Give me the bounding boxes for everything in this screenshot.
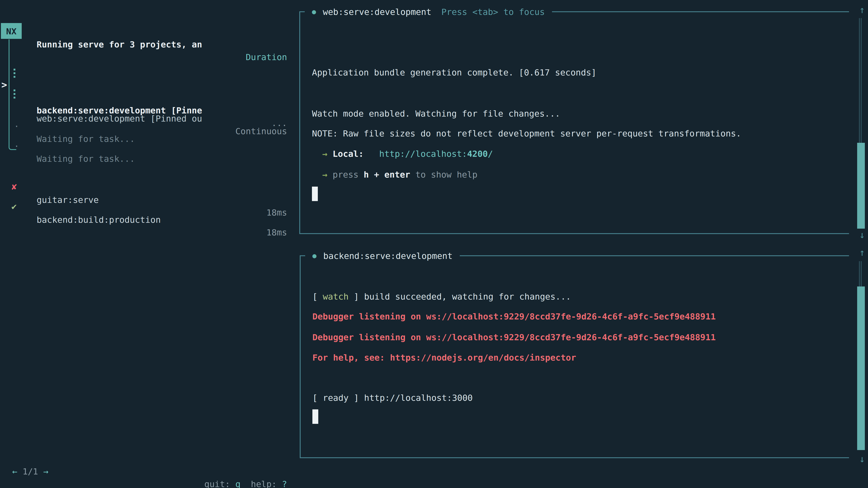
task-row-backend-serve[interactable]: > backend:serve:development [Pinne ... bbox=[0, 66, 293, 78]
pager-next-icon[interactable]: → bbox=[43, 466, 49, 476]
task-row-guitar-serve[interactable]: ✘ guitar:serve 18ms bbox=[0, 168, 293, 181]
pager-page-indicator: 1/1 bbox=[23, 466, 38, 476]
running-spinner-icon bbox=[13, 67, 16, 79]
output-line: NOTE: Raw file sizes do not reflect deve… bbox=[312, 127, 741, 140]
scrollbar-thumb[interactable] bbox=[857, 287, 865, 450]
panel-title-bar: ● backend:serve:development bbox=[305, 249, 460, 263]
keyboard-hints: quit: q help: ? bbox=[204, 478, 287, 488]
output-line: Watch mode enabled. Watching for file ch… bbox=[312, 107, 560, 120]
task-bullet-icon: ● bbox=[312, 249, 316, 263]
task-label: Waiting for task... bbox=[37, 152, 135, 165]
help-keys: h + enter bbox=[364, 169, 410, 180]
output-panel-web-serve[interactable]: ● web:serve:development Press <tab> to f… bbox=[299, 11, 849, 234]
output-line-watch: [ watch ] build succeeded, watching for … bbox=[312, 290, 571, 303]
duration-column-label: Duration bbox=[246, 51, 287, 63]
localhost-url[interactable]: http://localhost: bbox=[379, 149, 467, 159]
output-panel-backend-serve[interactable]: ● backend:serve:development [ watch ] bu… bbox=[300, 255, 849, 458]
panel-title: web:serve:development bbox=[323, 5, 431, 19]
task-bullet-icon: ● bbox=[312, 5, 316, 19]
tasklist-header: Running serve for 3 projects, an Duratio… bbox=[0, 25, 293, 38]
watch-tag: watch bbox=[323, 291, 348, 301]
help-pre: press bbox=[328, 169, 364, 180]
task-row-web-serve[interactable]: web:serve:development [Pinned ou Continu… bbox=[0, 87, 293, 99]
sidebar-footer: ← 1/1 → quit: q help: ? bbox=[0, 452, 293, 465]
scrollbar-track[interactable] bbox=[859, 18, 862, 143]
debugger-line: Debugger listening on ws://localhost:922… bbox=[312, 331, 716, 344]
bracket-open: [ bbox=[312, 291, 323, 301]
bracket-close: ] bbox=[348, 291, 359, 301]
output-line-help-hint: → press h + enter to show help bbox=[312, 168, 477, 181]
task-row-backend-build[interactable]: ✔ backend:build:production 18ms bbox=[0, 188, 293, 201]
debugger-line: Debugger listening on ws://localhost:922… bbox=[312, 310, 716, 323]
scrollbar-track[interactable] bbox=[859, 261, 862, 287]
scroll-up-icon[interactable]: ↑ bbox=[856, 4, 868, 16]
indent bbox=[312, 149, 322, 159]
pager: ← 1/1 → bbox=[12, 465, 49, 478]
output-line: Application bundle generation complete. … bbox=[312, 66, 596, 78]
arrow-icon: → bbox=[322, 149, 328, 159]
space bbox=[328, 149, 333, 159]
terminal-cursor bbox=[312, 187, 318, 201]
output-line-local-url: → Local: http://localhost:4200/ bbox=[312, 147, 493, 160]
gap bbox=[364, 149, 379, 159]
help-label: help: bbox=[251, 479, 277, 488]
pager-prev-icon[interactable]: ← bbox=[12, 466, 18, 476]
help-key: ? bbox=[282, 479, 287, 488]
focus-hint: Press <tab> to focus bbox=[441, 5, 545, 19]
task-row-waiting-1: · Waiting for task... bbox=[0, 107, 293, 120]
task-row-waiting-2: · Waiting for task... bbox=[0, 127, 293, 140]
indent bbox=[312, 169, 322, 180]
scroll-down-icon[interactable]: ↓ bbox=[856, 229, 868, 241]
task-label: backend:build:production bbox=[37, 213, 161, 226]
local-label: Local: bbox=[333, 149, 364, 159]
url-suffix[interactable]: / bbox=[488, 149, 493, 159]
terminal-cursor bbox=[312, 410, 318, 424]
arrow-icon: → bbox=[322, 169, 328, 180]
inspector-help-line: For help, see: https://nodejs.org/en/doc… bbox=[312, 351, 576, 364]
localhost-port[interactable]: 4200 bbox=[467, 149, 488, 159]
help-post: to show help bbox=[410, 169, 477, 180]
waiting-dot-icon: · bbox=[14, 140, 19, 152]
scroll-down-icon[interactable]: ↓ bbox=[856, 453, 868, 465]
quit-label: quit: bbox=[204, 479, 230, 488]
nx-tui-app: NX Running serve for 3 projects, an Dura… bbox=[0, 0, 868, 488]
task-duration: 18ms bbox=[266, 206, 287, 219]
scrollbar-thumb[interactable] bbox=[857, 143, 865, 229]
tasklist-title: Running serve for 3 projects, an bbox=[37, 38, 202, 51]
running-spinner-icon bbox=[13, 88, 16, 100]
quit-key: q bbox=[235, 479, 241, 488]
ready-line: [ ready ] http://localhost:3000 bbox=[312, 391, 473, 404]
panel-title-bar: ● web:serve:development Press <tab> to f… bbox=[305, 5, 552, 19]
panel-title: backend:serve:development bbox=[323, 249, 453, 263]
scroll-up-icon[interactable]: ↑ bbox=[856, 246, 868, 259]
task-duration: 18ms bbox=[266, 226, 287, 238]
watch-message: build succeeded, watching for changes... bbox=[359, 291, 571, 301]
success-check-icon: ✔ bbox=[11, 201, 18, 213]
